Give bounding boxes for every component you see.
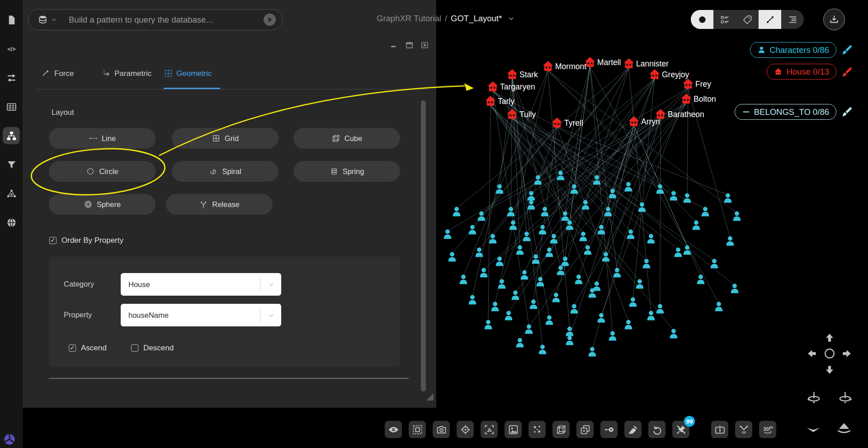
character-node[interactable] [733, 212, 741, 221]
database-icon[interactable] [38, 14, 48, 25]
character-node[interactable] [480, 268, 488, 278]
belongs-to-badge[interactable]: BELONGS_TO 0/86 [735, 104, 836, 120]
layout-button-cube[interactable]: Cube [293, 128, 400, 149]
character-node[interactable] [693, 221, 700, 230]
character-node[interactable] [715, 302, 723, 311]
character-node[interactable] [557, 266, 565, 275]
house-node-tarly[interactable] [486, 96, 496, 106]
sidebar-item-table-view[interactable] [3, 98, 20, 115]
rotate-right-icon[interactable] [838, 390, 853, 405]
house-badge[interactable]: House 0/13 [767, 64, 836, 80]
character-node[interactable] [604, 207, 612, 217]
export-button[interactable] [823, 9, 845, 30]
house-node-arryn[interactable] [629, 116, 639, 126]
character-node[interactable] [589, 347, 596, 357]
sidebar-item-layout-tools[interactable] [3, 127, 20, 144]
snapshot-button[interactable] [433, 421, 450, 438]
character-node[interactable] [491, 302, 499, 311]
sidebar-item-filter[interactable] [3, 156, 20, 173]
panel-scrollbar[interactable] [421, 100, 426, 391]
character-node[interactable] [724, 193, 732, 203]
house-node-tyrell[interactable] [552, 118, 562, 127]
unpin-button[interactable]: 99 [672, 421, 689, 438]
character-node[interactable] [541, 207, 549, 217]
character-node[interactable] [528, 191, 535, 201]
house-node-lannister[interactable] [624, 58, 634, 68]
character-node[interactable] [539, 225, 547, 235]
character-node[interactable] [575, 275, 583, 284]
house-node-martell[interactable] [585, 57, 595, 67]
character-node[interactable] [453, 207, 461, 217]
character-node[interactable] [675, 248, 682, 257]
character-node[interactable] [656, 304, 664, 314]
character-node[interactable] [469, 225, 476, 235]
character-node[interactable] [731, 284, 739, 293]
character-node[interactable] [489, 234, 497, 244]
character-node[interactable] [702, 207, 709, 217]
cut-edges-button[interactable] [735, 421, 752, 438]
layout-button-release[interactable]: Release [166, 194, 273, 215]
scatter-button[interactable] [528, 421, 546, 438]
tab-parametric[interactable]: Parametric [102, 69, 151, 78]
query-input[interactable] [57, 14, 263, 25]
tab-geometric[interactable]: Geometric [164, 69, 212, 78]
add-node-button[interactable] [600, 421, 618, 438]
flatten-down-icon[interactable] [805, 421, 821, 438]
order-by-property-checkbox[interactable]: ✓ [49, 237, 57, 244]
character-node[interactable] [521, 270, 528, 280]
character-node[interactable] [476, 248, 483, 257]
character-node[interactable] [711, 259, 718, 269]
close-panel-button[interactable] [420, 41, 430, 50]
house-node-frey[interactable] [683, 79, 693, 89]
edge-mode-button[interactable] [759, 10, 781, 29]
descend-checkbox[interactable]: ✓ [131, 344, 138, 352]
character-node[interactable] [460, 275, 467, 284]
character-node[interactable] [469, 295, 476, 305]
orbit-center-circle[interactable] [824, 348, 835, 359]
duplicate-button[interactable] [576, 421, 594, 438]
pan-up-arrow[interactable] [823, 332, 836, 346]
property-select[interactable]: houseName [121, 304, 281, 326]
character-node[interactable] [609, 331, 617, 341]
house-node-greyjoy[interactable] [650, 69, 660, 79]
character-node[interactable] [625, 182, 632, 192]
sidebar-item-transform[interactable] [3, 69, 20, 86]
node-list-mode-button[interactable] [713, 10, 736, 29]
category-select[interactable]: House [121, 273, 281, 296]
pan-left-arrow[interactable] [807, 347, 820, 360]
edge-list-mode-button[interactable] [781, 10, 804, 29]
house-node-stark[interactable] [507, 69, 518, 79]
toggle-3d-2d-button[interactable]: 3D2D [759, 421, 776, 438]
region-select-button[interactable] [409, 421, 426, 438]
character-node[interactable] [530, 300, 538, 309]
tab-force[interactable]: Force [42, 69, 74, 78]
pan-down-arrow[interactable] [823, 362, 836, 375]
panel-resize-handle[interactable] [426, 393, 434, 401]
lasso-select-button[interactable] [481, 421, 498, 438]
character-node[interactable] [697, 275, 705, 284]
character-node[interactable] [496, 184, 504, 194]
maximize-panel-button[interactable] [404, 41, 415, 50]
minimize-panel-button[interactable] [389, 41, 399, 50]
sidebar-item-algorithms[interactable] [3, 185, 20, 202]
character-node[interactable] [498, 279, 506, 289]
cleanup-button[interactable] [624, 421, 642, 438]
layout-button-spiral[interactable]: Spiral [172, 161, 278, 182]
rotate-left-icon[interactable] [807, 390, 821, 405]
character-node[interactable] [629, 297, 637, 307]
character-node[interactable] [448, 252, 456, 262]
paint-brush-icon[interactable] [841, 66, 853, 78]
character-node[interactable] [496, 257, 504, 266]
run-query-icon[interactable] [263, 13, 277, 27]
character-node[interactable] [444, 230, 452, 239]
character-node[interactable] [647, 311, 655, 321]
ascend-checkbox[interactable]: ✓ [69, 344, 76, 352]
character-node[interactable] [670, 329, 678, 339]
node-mode-button[interactable] [691, 10, 713, 29]
chevron-down-icon[interactable] [508, 15, 514, 22]
project-title[interactable]: GOT_Layout* [451, 14, 502, 24]
character-node[interactable] [523, 232, 531, 241]
character-node[interactable] [528, 200, 535, 210]
character-node[interactable] [539, 345, 547, 354]
character-node[interactable] [726, 236, 734, 246]
